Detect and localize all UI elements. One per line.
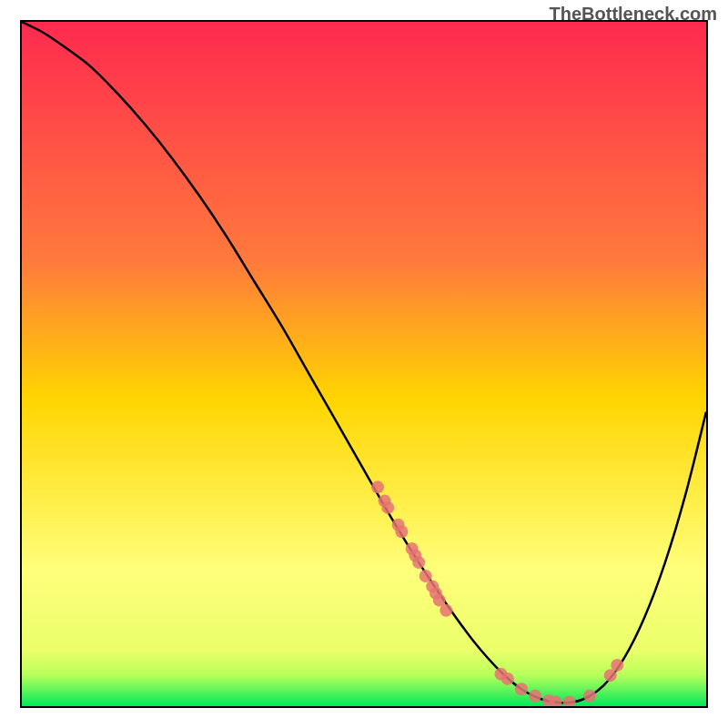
data-point <box>529 690 541 703</box>
data-point <box>395 525 408 538</box>
data-point <box>381 501 394 514</box>
data-point <box>515 682 528 695</box>
data-point <box>583 690 596 703</box>
chart-container: TheBottleneck.com <box>0 0 728 728</box>
data-point <box>412 556 425 569</box>
data-point <box>611 659 623 672</box>
plot-area <box>20 20 708 708</box>
watermark-label: TheBottleneck.com <box>550 4 717 25</box>
gradient-background <box>22 22 706 706</box>
data-point <box>501 672 514 685</box>
data-point <box>440 604 452 617</box>
data-point <box>371 480 384 493</box>
chart-svg <box>22 22 706 706</box>
